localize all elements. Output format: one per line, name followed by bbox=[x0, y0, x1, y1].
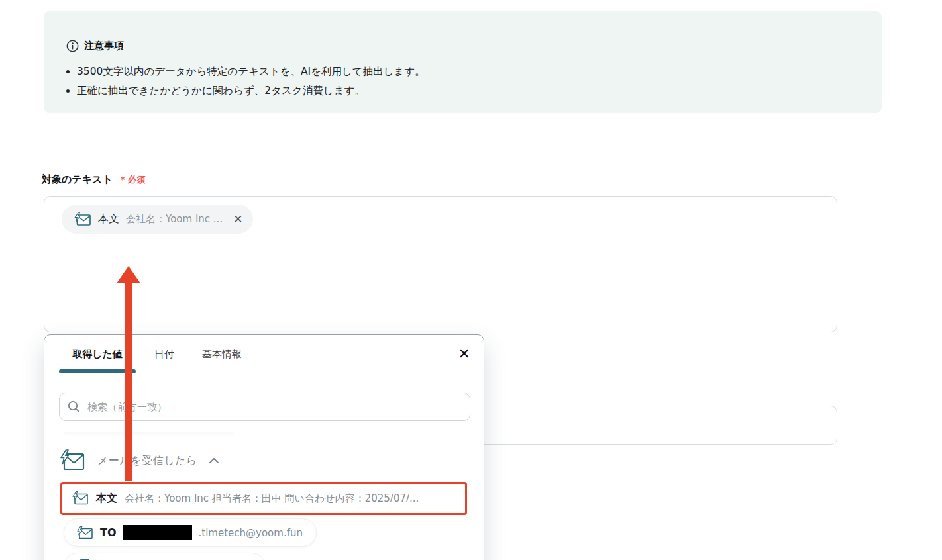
tab-date[interactable]: 日付 bbox=[144, 335, 185, 373]
required-badge: ＊必須 bbox=[119, 174, 146, 186]
inserted-variable-chip[interactable]: 本文 会社名：Yoom Inc ... ✕ bbox=[62, 205, 253, 234]
chip-close-icon[interactable]: ✕ bbox=[233, 212, 242, 226]
notice-item: 3500文字以内のデータから特定のテキストを、AIを利用して抽出します。 bbox=[77, 65, 425, 79]
mail-trigger-icon bbox=[59, 449, 85, 472]
list-item-partial[interactable] bbox=[64, 553, 266, 560]
list-item-body-highlighted[interactable]: 本文 会社名：Yoom Inc 担当者名：田中 問い合わせ内容：2025/07/… bbox=[60, 482, 467, 515]
field-label-row: 対象のテキスト ＊必須 bbox=[42, 173, 146, 186]
search-icon bbox=[68, 400, 80, 413]
redacted-text bbox=[123, 525, 192, 540]
mail-trigger-icon bbox=[76, 526, 93, 540]
list-item-title: TO bbox=[100, 526, 117, 539]
annotation-arrow-head bbox=[117, 266, 140, 283]
search-box[interactable] bbox=[59, 393, 470, 421]
info-icon bbox=[66, 40, 79, 52]
tab-obtained-values[interactable]: 取得した値 bbox=[59, 335, 136, 373]
annotation-arrow-shaft bbox=[125, 282, 132, 481]
trigger-group-row[interactable]: メールを受信したら bbox=[59, 447, 219, 474]
close-icon[interactable]: ✕ bbox=[458, 345, 470, 363]
notice-header: 注意事項 bbox=[66, 40, 124, 52]
list-item-to[interactable]: TO .timetech@yoom.fun bbox=[64, 518, 317, 547]
variable-picker-popup: 取得した値 日付 基本情報 ✕ メールを受信したら bbox=[44, 334, 484, 560]
list-item-title: 本文 bbox=[96, 492, 117, 506]
notice-box: 注意事項 3500文字以内のデータから特定のテキストを、AIを利用して抽出します… bbox=[44, 11, 882, 113]
notice-list: 3500文字以内のデータから特定のテキストを、AIを利用して抽出します。 正確に… bbox=[58, 65, 425, 103]
target-text-field[interactable]: 本文 会社名：Yoom Inc ... ✕ bbox=[44, 196, 837, 332]
search-input[interactable] bbox=[86, 400, 462, 414]
chip-title: 本文 bbox=[98, 212, 119, 226]
field-label: 対象のテキスト bbox=[42, 173, 113, 186]
popup-tabs: 取得した値 日付 基本情報 ✕ bbox=[44, 335, 484, 373]
notice-item: 正確に抽出できたかどうかに関わらず、2タスク消費します。 bbox=[77, 84, 425, 98]
mail-trigger-icon bbox=[74, 212, 91, 227]
scrolled-item-remnant bbox=[64, 432, 233, 437]
active-tab-underline bbox=[59, 369, 136, 373]
chip-preview: 会社名：Yoom Inc ... bbox=[126, 213, 223, 226]
chevron-up-icon bbox=[209, 458, 219, 463]
page: 注意事項 3500文字以内のデータから特定のテキストを、AIを利用して抽出します… bbox=[0, 0, 942, 560]
notice-title: 注意事項 bbox=[84, 40, 124, 52]
list-item-preview: 会社名：Yoom Inc 担当者名：田中 問い合わせ内容：2025/07/... bbox=[125, 492, 457, 505]
tab-basic-info[interactable]: 基本情報 bbox=[193, 335, 251, 373]
trigger-group-label: メールを受信したら bbox=[97, 454, 197, 468]
mail-trigger-icon bbox=[72, 491, 89, 506]
list-item-preview: .timetech@yoom.fun bbox=[199, 527, 303, 539]
